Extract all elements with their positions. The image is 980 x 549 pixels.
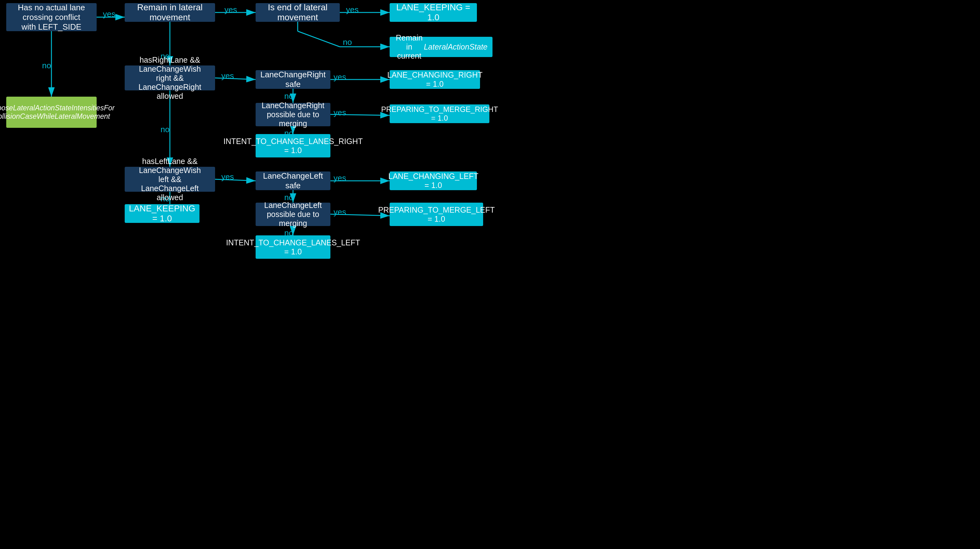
- lane-keeping-top-node: LANE_KEEPING = 1.0: [390, 3, 477, 22]
- lane-changing-right-node: LANE_CHANGING_RIGHT = 1.0: [390, 70, 480, 89]
- lane-change-left-safe-node: LaneChangeLeft safe: [256, 172, 330, 190]
- label-yes-6: yes: [334, 108, 346, 118]
- label-yes-1: yes: [103, 10, 115, 19]
- label-yes-5: yes: [334, 72, 346, 82]
- lane-change-left-possible-node: LaneChangeLeft possible due to merging: [256, 203, 330, 226]
- label-yes-7: yes: [221, 172, 234, 182]
- intent-right-node: INTENT_TO_CHANGE_LANES_RIGHT = 1.0: [256, 134, 330, 158]
- lane-change-right-possible-node: LaneChangeRight possible due to merging: [256, 103, 330, 126]
- label-no-1: no: [343, 37, 352, 47]
- is-end-lateral-node: Is end of lateral movement: [256, 3, 340, 22]
- lane-changing-left-node: LANE_CHANGING_LEFT = 1.0: [390, 172, 477, 190]
- label-yes-2: yes: [224, 5, 237, 15]
- has-right-lane-node: hasRightLane && LaneChangeWishright && L…: [125, 65, 215, 91]
- lane-change-right-safe-node: LaneChangeRight safe: [256, 70, 330, 89]
- preparing-merge-left-node: PREPARING_TO_MERGE_LEFT = 1.0: [390, 203, 483, 226]
- lane-keeping-bottom-node: LANE_KEEPING = 1.0: [125, 204, 199, 223]
- label-yes-4: yes: [221, 71, 234, 81]
- svg-line-5: [298, 31, 340, 47]
- has-no-conflict-node: Has no actual lane crossing conflictwith…: [6, 3, 97, 31]
- preparing-merge-right-node: PREPARING_TO_MERGE_RIGHT = 1.0: [390, 105, 489, 123]
- intent-left-node: INTENT_TO_CHANGE_LANES_LEFT = 1.0: [256, 236, 330, 259]
- collision-case-node: ChooseLateralActionStateIntensitiesForCo…: [6, 97, 97, 128]
- label-yes-8: yes: [334, 173, 346, 183]
- label-no-4: no: [284, 91, 293, 101]
- label-no-2: no: [42, 61, 51, 70]
- remain-current-node: Remain in current LateralActionState: [390, 37, 493, 57]
- label-yes-3: yes: [346, 5, 358, 15]
- remain-lateral-node: Remain in lateral movement: [125, 3, 215, 22]
- label-no-6: no: [161, 125, 170, 134]
- has-left-lane-node: hasLeftLane && LaneChangeWishleft && Lan…: [125, 167, 215, 192]
- label-yes-9: yes: [334, 207, 346, 217]
